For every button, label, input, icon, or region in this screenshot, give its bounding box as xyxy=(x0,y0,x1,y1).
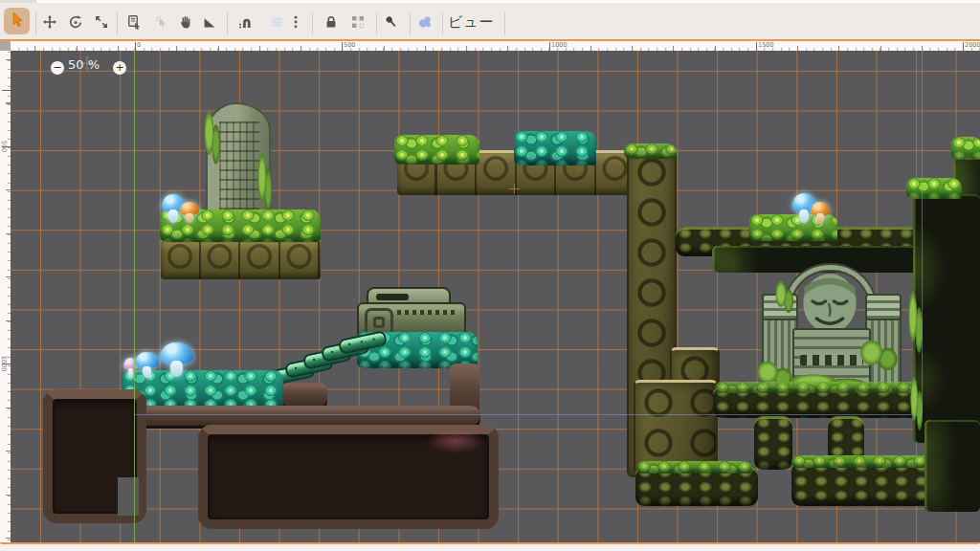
idol-teeth-row xyxy=(800,355,863,365)
toolbar-separator xyxy=(312,12,313,35)
select-tool-button[interactable] xyxy=(4,8,30,34)
pink-crystal-glow xyxy=(426,429,485,453)
dots-vertical-icon xyxy=(288,14,303,33)
cursor-icon xyxy=(9,11,26,32)
toolbar-separator xyxy=(227,12,228,35)
scale-icon xyxy=(94,14,109,33)
moss-patch xyxy=(257,152,273,215)
stone-tank[interactable] xyxy=(357,287,464,339)
axis-x0-line xyxy=(134,51,136,542)
ruler-label: 2000 xyxy=(965,41,980,49)
ruler-label: 500 xyxy=(344,41,355,49)
toolbar-separator xyxy=(504,12,505,35)
monolith-glyphs xyxy=(219,121,259,217)
idol-vines xyxy=(859,340,900,372)
ruler-label: 500 xyxy=(0,132,9,161)
window-border-guide-horizontal xyxy=(134,414,922,415)
pin-icon xyxy=(384,14,399,33)
ruler-label: 1000 xyxy=(0,349,9,378)
zoom-out-button[interactable]: − xyxy=(51,61,64,75)
horizontal-ruler[interactable]: 0 500 1000 1500 2000 xyxy=(11,41,980,51)
lock-button[interactable] xyxy=(322,14,341,33)
toolbar-separator xyxy=(117,12,118,35)
grid-icon xyxy=(269,14,284,33)
orange-mushroom[interactable] xyxy=(180,202,199,223)
pin-button[interactable] xyxy=(382,14,401,33)
idol-vines xyxy=(775,280,794,315)
blue-mushroom[interactable] xyxy=(135,352,159,378)
snap-button[interactable] xyxy=(235,14,255,33)
ruler-label: 1500 xyxy=(758,41,774,49)
mask-button[interactable] xyxy=(348,14,368,33)
tank-carvings xyxy=(397,310,457,315)
select-instances-button[interactable] xyxy=(124,14,144,33)
grass-ledge-right[interactable] xyxy=(906,178,962,199)
spacer xyxy=(712,246,713,247)
lock-icon xyxy=(323,14,339,33)
add-instance-button-disabled[interactable] xyxy=(152,14,171,33)
toolbar-separator xyxy=(410,12,411,35)
cave-notch xyxy=(118,477,139,516)
scale-tool-button[interactable] xyxy=(92,14,111,33)
pan-tool-button[interactable] xyxy=(176,14,195,33)
orange-mushroom[interactable] xyxy=(811,202,830,224)
ruler-corner xyxy=(0,41,11,51)
objects-button[interactable] xyxy=(415,14,434,33)
toolbar-separator xyxy=(376,12,377,35)
magnet-icon xyxy=(237,14,253,33)
moss-floor-right-grass xyxy=(715,382,920,393)
list-cursor-icon xyxy=(126,14,142,33)
tank-slit xyxy=(376,294,409,300)
mossy-monolith[interactable] xyxy=(206,102,271,227)
move-tool-button[interactable] xyxy=(40,14,59,33)
stone-face-idol[interactable] xyxy=(762,265,898,391)
move-icon xyxy=(42,14,57,33)
rotate-tool-button[interactable] xyxy=(66,14,85,33)
blue-object-icon xyxy=(417,14,433,33)
toolbar-separator xyxy=(442,12,443,35)
cursor-spark-icon xyxy=(154,14,169,33)
dark-cliff-lower[interactable] xyxy=(924,420,980,512)
more-options-button[interactable] xyxy=(289,14,302,33)
teal-grass-patch[interactable] xyxy=(514,131,596,165)
cave-slab-bottom[interactable] xyxy=(198,425,499,529)
mask-grid-icon xyxy=(350,14,366,33)
object-origin-marker xyxy=(509,184,520,194)
tank-spiral-inner xyxy=(373,317,385,328)
grass-platform-left-stone[interactable] xyxy=(161,238,321,279)
rotate-icon xyxy=(68,14,83,33)
moss-floor-left-grass xyxy=(636,461,753,474)
level-editor-window: ビュー 0 500 1000 1500 2000 500 1000 − 50 %… xyxy=(0,0,980,551)
zoom-level-label: 50 % xyxy=(68,57,110,72)
triangle-icon xyxy=(202,14,217,33)
grass-cap-topright xyxy=(951,137,980,160)
ramp-tool-button[interactable] xyxy=(200,14,219,33)
grid-button-disabled[interactable] xyxy=(267,14,286,33)
view-menu-button[interactable]: ビュー xyxy=(448,11,495,33)
window-border-guide-vertical xyxy=(922,51,923,414)
scene-canvas[interactable]: − 50 % + xyxy=(11,51,980,542)
editor-toolbar: ビュー xyxy=(0,3,980,40)
column-moss-cap xyxy=(624,143,677,159)
ruler-label: 1000 xyxy=(551,41,568,49)
ruler-label: 0 xyxy=(137,41,141,49)
jungle-platform-top-grass[interactable] xyxy=(394,135,479,165)
blue-mushroom-large[interactable] xyxy=(160,342,193,377)
moss-pillar[interactable] xyxy=(754,416,792,470)
hand-icon xyxy=(178,14,193,33)
moss-patch xyxy=(204,110,221,167)
cave-rocks-left[interactable] xyxy=(43,389,146,523)
toolbar-separator xyxy=(35,12,36,35)
horizontal-scrollbar-track[interactable] xyxy=(0,544,980,551)
zoom-in-button[interactable]: + xyxy=(113,61,126,75)
